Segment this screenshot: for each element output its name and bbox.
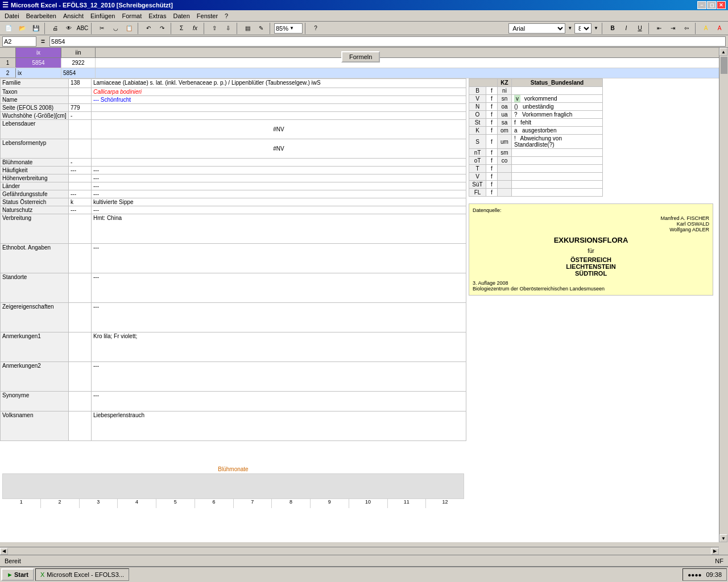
row-gefahrdungsstufe: Gefährdungsstufe --- --- xyxy=(1,190,466,198)
label-zeigereigenschaften: Zeigereigenschaften xyxy=(2,304,54,310)
title-bar: ☰ Microsoft Excel - EFÖLS3_12_2010 [Schr… xyxy=(0,0,728,10)
row-name: Name --- Schönfrucht xyxy=(1,96,466,104)
tb-undo[interactable]: ↶ xyxy=(142,22,155,35)
label-taxon: Taxon xyxy=(2,89,18,95)
tb-cut[interactable]: ✂ xyxy=(96,22,108,35)
tb-sort-asc[interactable]: ⇧ xyxy=(208,22,221,35)
hscroll-left-btn[interactable]: ◀ xyxy=(0,548,8,555)
val-volksnamen: Liebesperlenstrauch xyxy=(93,412,144,418)
menu-bearbeiten[interactable]: Bearbeiten xyxy=(23,11,60,20)
label-haufigkeit: Häufigkeit xyxy=(2,167,27,173)
row-ethnobot: Ethnobot. Angaben --- xyxy=(1,244,466,273)
datenquelle-region3: SÜDTIROL xyxy=(473,270,709,277)
tb-copy[interactable]: ◡ xyxy=(109,22,122,35)
status-row-t: T f xyxy=(469,165,603,173)
col-header-kz: KZ xyxy=(500,80,508,86)
scroll-thumb[interactable] xyxy=(721,57,727,74)
val-ethnobot: --- xyxy=(93,244,99,251)
val-naturschutz-1: --- xyxy=(71,207,76,213)
val-hohenverbreitung: --- xyxy=(93,175,99,181)
cell-reference[interactable]: A2 xyxy=(2,36,36,47)
row-lebensformentyp: Lebensformentyp #NV xyxy=(1,139,466,159)
tb-sort-desc[interactable]: ⇩ xyxy=(222,22,234,35)
tb-chart[interactable]: ▤ xyxy=(241,22,254,35)
label-naturschutz: Naturschutz xyxy=(2,207,32,213)
row-1-num: 1 xyxy=(0,58,16,68)
label-lebensdauer: Lebensdauer xyxy=(2,120,35,127)
tb-fx[interactable]: fx xyxy=(189,22,201,35)
tb-underline[interactable]: U xyxy=(634,22,646,35)
datenquelle-book-title: EXKURSIONSFLORA xyxy=(473,236,709,244)
formula-equals: = xyxy=(39,38,47,45)
col-header-status: Status_Bundesland xyxy=(531,80,584,86)
status-row-o: O f ua ? Vorkommen fraglich xyxy=(469,111,603,119)
font-selector[interactable]: Arial xyxy=(508,23,565,34)
row-anmerkungen1: Anmerkungen1 Kro lila; Fr violett; xyxy=(1,332,466,362)
cell-ix-5854[interactable]: 5854 xyxy=(61,68,96,78)
font-size-selector[interactable]: 8 xyxy=(574,23,592,34)
val-status-osterreich-1: k xyxy=(71,199,73,205)
tb-redo[interactable]: ↷ xyxy=(156,22,168,35)
menu-extras[interactable]: Extras xyxy=(145,11,169,20)
tb-sum[interactable]: Σ xyxy=(175,22,188,35)
tb-align-center[interactable]: ⇥ xyxy=(667,22,679,35)
scroll-up-btn[interactable]: ▲ xyxy=(719,48,727,56)
status-codes-table: KZ Status_Bundesland B f ni xyxy=(469,78,603,197)
tb-help[interactable]: ? xyxy=(309,22,322,35)
menu-einfugen[interactable]: Einfügen xyxy=(87,11,118,20)
label-lander: Länder xyxy=(2,183,20,189)
menu-datei[interactable]: Datei xyxy=(1,11,23,20)
formula-content[interactable]: 5854 xyxy=(49,36,726,47)
tb-font-color[interactable]: A xyxy=(713,22,726,35)
tb-spell[interactable]: ABC xyxy=(76,22,89,35)
tb-italic[interactable]: I xyxy=(620,22,632,35)
datenquelle-author3: Wolfgang ADLER xyxy=(473,227,709,232)
start-button[interactable]: ► Start xyxy=(1,568,34,581)
menu-bar: Datei Bearbeiten Ansicht Einfügen Format… xyxy=(0,10,728,22)
hscroll-right-btn[interactable]: ▶ xyxy=(711,548,719,555)
tb-fill-color[interactable]: A xyxy=(700,22,712,35)
horizontal-scrollbar[interactable]: ◀ ▶ xyxy=(0,547,719,555)
label-gefahrdungsstufe: Gefährdungsstufe xyxy=(2,191,48,197)
zoom-box[interactable]: 85% ▼ xyxy=(274,23,303,34)
close-btn[interactable]: ✕ xyxy=(717,1,726,9)
tb-new[interactable]: 📄 xyxy=(2,22,15,35)
taskbar: ► Start X Microsoft Excel - EFOLS3... ●●… xyxy=(0,566,728,582)
menu-daten[interactable]: Daten xyxy=(169,11,193,20)
col-ix-header: ix xyxy=(16,48,61,57)
label-familie: Familie xyxy=(2,80,20,86)
tb-preview[interactable]: 👁 xyxy=(63,22,75,35)
tb-drawing[interactable]: ✎ xyxy=(255,22,267,35)
tb-align-right[interactable]: ⇦ xyxy=(680,22,693,35)
row-2-num: 2 xyxy=(0,68,16,78)
row-anmerkungen2: Anmerkungen2 --- xyxy=(1,362,466,392)
row-lander: Länder --- xyxy=(1,182,466,190)
status-row-s: S f um ! Abweichung von Standardliste(?) xyxy=(469,135,603,149)
menu-format[interactable]: Format xyxy=(118,11,145,20)
tb-bold[interactable]: B xyxy=(606,22,619,35)
row-synonyme: Synonyme --- xyxy=(1,392,466,411)
formeln-button[interactable]: Formeln xyxy=(341,51,380,63)
tb-open[interactable]: 📂 xyxy=(16,22,28,35)
minimize-btn[interactable]: − xyxy=(697,1,706,9)
cell-ix-label[interactable]: ix xyxy=(16,68,61,78)
datenquelle-title: Datenquelle: xyxy=(473,207,709,213)
taskbar-excel-item[interactable]: X Microsoft Excel - EFOLS3... xyxy=(35,568,129,581)
toolbar-1: 📄 📂 💾 🖨 👁 ABC ✂ ◡ 📋 ↶ ↷ Σ fx ⇧ ⇩ ▤ ✎ 85%… xyxy=(0,22,728,35)
menu-help[interactable]: ? xyxy=(221,11,231,20)
val-bluhmonate: - xyxy=(71,159,72,165)
restore-btn[interactable]: ◻ xyxy=(707,1,716,9)
val-anmerkungen2: --- xyxy=(93,363,99,369)
tb-align-left[interactable]: ⇤ xyxy=(653,22,665,35)
tb-print[interactable]: 🖨 xyxy=(49,22,61,35)
val-familie-name: Lamiaceae (Labiatae) s. lat. (inkl. Verb… xyxy=(93,80,321,86)
status-row-nt: nT f sm xyxy=(469,149,603,157)
tb-paste[interactable]: 📋 xyxy=(123,22,135,35)
tb-save[interactable]: 💾 xyxy=(30,22,42,35)
menu-ansicht[interactable]: Ansicht xyxy=(60,11,87,20)
scroll-down-btn[interactable]: ▼ xyxy=(719,534,727,542)
vertical-scrollbar[interactable]: ▲ ▼ xyxy=(719,48,728,542)
cell-ix-val[interactable]: 5854 xyxy=(16,58,61,68)
status-row-n: N f oa () unbeständig xyxy=(469,103,603,111)
menu-fenster[interactable]: Fenster xyxy=(193,11,221,20)
